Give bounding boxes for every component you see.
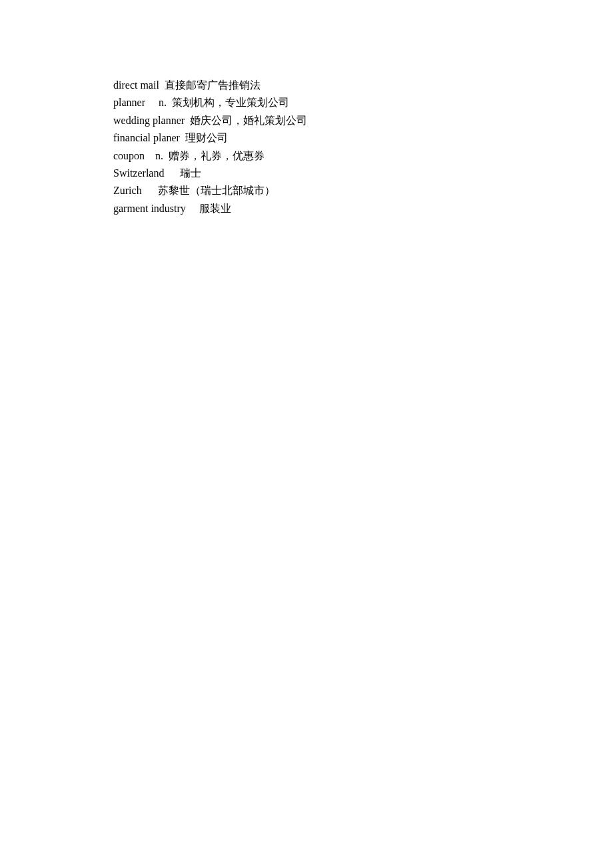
vocabulary-list: direct mail 直接邮寄广告推销法 planner n. 策划机构，专业… xyxy=(113,77,613,217)
vocab-entry: Zurich 苏黎世（瑞士北部城市） xyxy=(113,182,613,199)
vocab-entry: financial planer 理财公司 xyxy=(113,129,613,147)
vocab-entry: wedding planner 婚庆公司，婚礼策划公司 xyxy=(113,112,613,129)
vocab-entry: garment industry 服装业 xyxy=(113,200,613,217)
vocab-entry: direct mail 直接邮寄广告推销法 xyxy=(113,77,613,94)
vocab-entry: planner n. 策划机构，专业策划公司 xyxy=(113,94,613,111)
vocab-entry: coupon n. 赠券，礼券，优惠券 xyxy=(113,147,613,165)
vocab-entry: Switzerland 瑞士 xyxy=(113,165,613,182)
